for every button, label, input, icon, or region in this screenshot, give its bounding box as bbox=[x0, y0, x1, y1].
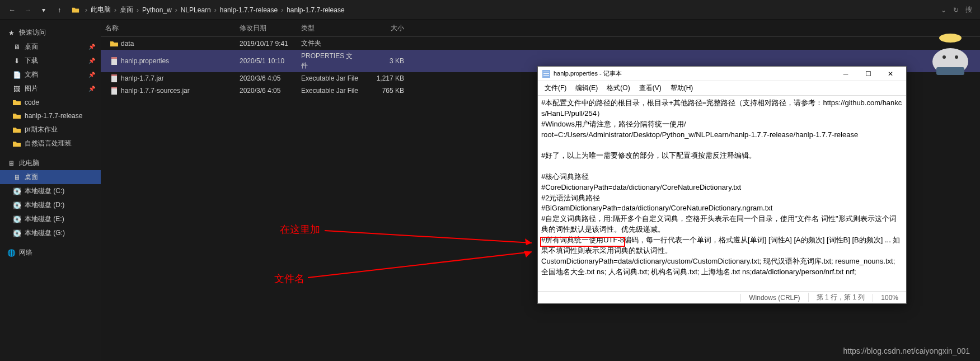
folder-icon bbox=[12, 111, 21, 120]
file-list-area: 名称 修改日期 类型 大小 data2019/10/17 9:41文件夹hanl… bbox=[101, 20, 980, 361]
refresh-button[interactable]: ↻ bbox=[953, 6, 959, 14]
svg-marker-11 bbox=[525, 238, 532, 245]
svg-point-17 bbox=[939, 34, 962, 43]
menu-format[interactable]: 格式(O) bbox=[602, 82, 634, 94]
svg-rect-8 bbox=[543, 73, 549, 74]
sidebar-item[interactable]: 💽本地磁盘 (C:) bbox=[0, 184, 101, 198]
history-button[interactable]: ▾ bbox=[36, 2, 51, 18]
disk-icon: 💽 bbox=[12, 229, 21, 238]
menu-help[interactable]: 帮助(H) bbox=[666, 82, 698, 94]
folder-icon bbox=[72, 6, 79, 14]
sidebar-item[interactable]: 自然语言处理班 bbox=[0, 137, 101, 151]
status-position: 第 1 行，第 1 列 bbox=[808, 293, 873, 302]
folder-icon: 🖥 bbox=[12, 43, 21, 51]
sidebar-item-label: 快速访问 bbox=[19, 28, 46, 37]
dropdown-icon[interactable]: ⌄ bbox=[941, 6, 946, 14]
star-icon: ★ bbox=[7, 29, 16, 37]
svg-rect-3 bbox=[111, 74, 117, 76]
file-size: 765 KB bbox=[364, 87, 409, 95]
sidebar-item[interactable]: 🖥桌面 bbox=[0, 170, 101, 184]
sidebar-item-label: 本地磁盘 (G:) bbox=[25, 228, 65, 238]
watermark: https://blog.csdn.net/caiyongxin_001 bbox=[843, 346, 970, 355]
folder-icon: 🖼 bbox=[12, 85, 21, 93]
breadcrumb[interactable]: › 此电脑› 桌面› Python_w› NLPLearn› hanlp-1.7… bbox=[72, 5, 941, 15]
breadcrumb-item[interactable]: 桌面 bbox=[120, 5, 133, 15]
file-type: 文件夹 bbox=[297, 39, 364, 48]
sidebar-item[interactable]: 🖥桌面📌 bbox=[0, 40, 101, 54]
sidebar-item-label: hanlp-1.7.7-release bbox=[25, 112, 82, 120]
sidebar-item-label: 此电脑 bbox=[19, 158, 39, 168]
forward-button[interactable]: → bbox=[20, 2, 36, 18]
file-size: 3 KB bbox=[364, 57, 409, 65]
back-button[interactable]: ← bbox=[4, 2, 20, 18]
file-date: 2020/3/6 4:05 bbox=[235, 87, 297, 95]
sidebar-item[interactable]: code bbox=[0, 96, 101, 109]
menu-view[interactable]: 查看(V) bbox=[635, 82, 666, 94]
search-box[interactable]: 搜 bbox=[965, 5, 972, 15]
breadcrumb-item[interactable]: hanlp-1.7.7-release bbox=[287, 6, 344, 14]
menu-file[interactable]: 文件(F) bbox=[540, 82, 571, 94]
network[interactable]: 🌐网络 bbox=[0, 246, 101, 260]
disk-icon: 💽 bbox=[12, 201, 21, 210]
svg-marker-13 bbox=[524, 251, 532, 257]
sidebar-item[interactable]: hanlp-1.7.7-release bbox=[0, 109, 101, 123]
annotation-label-2: 文件名 bbox=[274, 272, 304, 285]
status-encoding: Windows (CRLF) bbox=[740, 294, 808, 302]
sidebar-item[interactable]: 💽本地磁盘 (G:) bbox=[0, 226, 101, 240]
pin-icon: 📌 bbox=[88, 72, 95, 78]
sidebar-item[interactable]: pr期末作业 bbox=[0, 123, 101, 137]
annotation-highlight-box bbox=[540, 237, 625, 247]
disk-icon: 💽 bbox=[12, 215, 21, 224]
annotation-label-1: 在这里加 bbox=[280, 223, 320, 236]
notepad-menubar: 文件(F) 编辑(E) 格式(O) 查看(V) 帮助(H) bbox=[538, 81, 906, 96]
sidebar-item-label: 本地磁盘 (C:) bbox=[25, 186, 64, 196]
file-name: data bbox=[121, 40, 134, 48]
folder-icon bbox=[12, 125, 21, 134]
sidebar-item-label: 文档 bbox=[25, 70, 38, 79]
maximize-button[interactable]: ☐ bbox=[857, 67, 879, 81]
svg-rect-18 bbox=[936, 67, 964, 75]
col-name[interactable]: 名称 bbox=[101, 24, 235, 33]
sidebar-item-label: 自然语言处理班 bbox=[25, 139, 72, 148]
sidebar-item[interactable]: 📄文档📌 bbox=[0, 68, 101, 82]
col-type[interactable]: 类型 bbox=[297, 24, 364, 33]
close-button[interactable]: ✕ bbox=[879, 67, 902, 81]
file-row[interactable]: data2019/10/17 9:41文件夹 bbox=[101, 37, 980, 50]
pin-icon: 📌 bbox=[88, 86, 95, 92]
breadcrumb-item[interactable]: NLPLearn bbox=[181, 6, 211, 14]
breadcrumb-item[interactable]: hanlp-1.7.7-release bbox=[220, 6, 278, 14]
sidebar-item[interactable]: 💽本地磁盘 (D:) bbox=[0, 198, 101, 212]
svg-rect-1 bbox=[111, 57, 117, 59]
quick-access[interactable]: ★快速访问 bbox=[0, 26, 101, 40]
svg-rect-7 bbox=[543, 72, 549, 72]
minimize-button[interactable]: ─ bbox=[834, 67, 857, 81]
svg-rect-5 bbox=[111, 87, 117, 88]
folder-icon: 📄 bbox=[12, 71, 21, 79]
sidebar-item-label: 下载 bbox=[25, 56, 38, 65]
notepad-text-area[interactable]: #本配置文件中的路径的根目录，根目录+其他路径=完整路径（支持相对路径，请参考：… bbox=[538, 96, 906, 291]
svg-line-12 bbox=[308, 252, 532, 278]
file-icon bbox=[110, 57, 119, 65]
notepad-statusbar: Windows (CRLF) 第 1 行，第 1 列 100% bbox=[538, 291, 906, 303]
notepad-window: hanlp.properties - 记事本 ─ ☐ ✕ 文件(F) 编辑(E)… bbox=[537, 66, 907, 304]
breadcrumb-item[interactable]: Python_w bbox=[142, 6, 172, 14]
sidebar-item[interactable]: ⬇下载📌 bbox=[0, 54, 101, 68]
file-icon bbox=[110, 74, 119, 83]
menu-edit[interactable]: 编辑(E) bbox=[571, 82, 602, 94]
file-date: 2019/10/17 9:41 bbox=[235, 40, 297, 48]
col-date[interactable]: 修改日期 bbox=[235, 24, 297, 33]
col-size[interactable]: 大小 bbox=[364, 24, 409, 33]
sidebar-item-label: code bbox=[25, 99, 39, 106]
this-pc[interactable]: 🖥此电脑 bbox=[0, 156, 101, 170]
sidebar-item[interactable]: 💽本地磁盘 (E:) bbox=[0, 212, 101, 226]
network-icon: 🌐 bbox=[7, 249, 16, 257]
sidebar-item[interactable]: 🖼图片📌 bbox=[0, 82, 101, 96]
sidebar-item-label: 网络 bbox=[19, 248, 32, 257]
breadcrumb-item[interactable]: 此电脑 bbox=[91, 5, 111, 15]
svg-line-10 bbox=[325, 231, 532, 243]
svg-rect-9 bbox=[543, 75, 549, 76]
up-button[interactable]: ↑ bbox=[51, 2, 67, 18]
notepad-titlebar[interactable]: hanlp.properties - 记事本 ─ ☐ ✕ bbox=[538, 67, 906, 81]
file-type: Executable Jar File bbox=[297, 74, 364, 82]
monitor-icon: 🖥 bbox=[7, 159, 16, 168]
